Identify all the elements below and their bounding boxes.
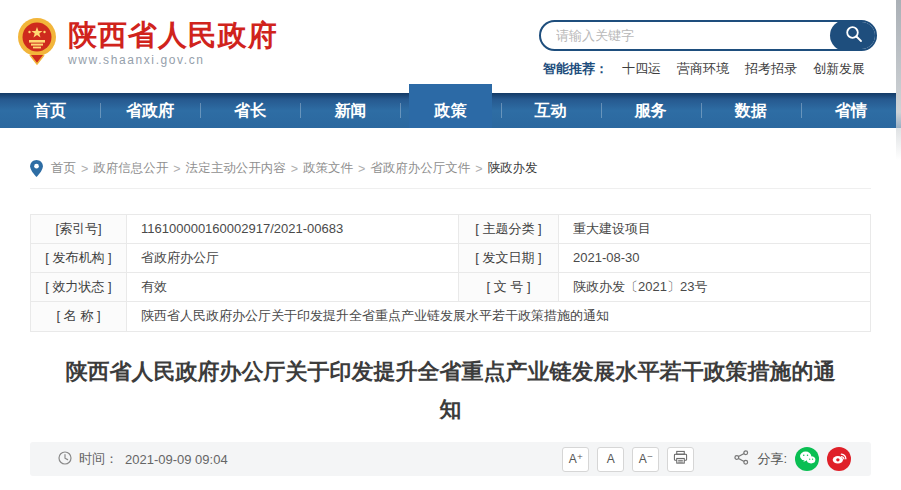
breadcrumb-separator: >: [291, 162, 298, 176]
font-normal-button[interactable]: A: [597, 447, 624, 472]
issuing-agency-value: 省政府办公厅: [127, 244, 459, 273]
breadcrumb-separator: >: [81, 162, 88, 176]
document-name-label: [ 名 称 ]: [31, 302, 127, 331]
site-url: www.shaanxi.gov.cn: [68, 53, 278, 67]
breadcrumb: 首页 > 政府信息公开 > 法定主动公开内容 > 政策文件 > 省政府办公厅文件…: [30, 160, 871, 189]
nav-item-services[interactable]: 服务: [601, 93, 701, 128]
document-name-value: 陕西省人民政府办公厅关于印发提升全省重点产业链发展水平若干政策措施的通知: [127, 302, 870, 331]
nav-item-provincial-gov[interactable]: 省政府: [100, 93, 200, 128]
index-number-value: 116100000160002917/2021-00683: [127, 215, 459, 244]
national-emblem-icon: [16, 15, 58, 71]
share-group: 分享:: [734, 447, 851, 471]
hot-link-innovation[interactable]: 创新发展: [813, 60, 865, 78]
nav-item-home[interactable]: 首页: [0, 93, 100, 128]
site-header: 陕西省人民政府 www.shaanxi.gov.cn 智能推荐： 十四运 营商环…: [0, 0, 901, 93]
breadcrumb-policy-docs[interactable]: 政策文件: [303, 160, 353, 177]
printer-icon: [673, 450, 688, 468]
share-wechat-button[interactable]: [795, 447, 819, 471]
hot-link-recruitment[interactable]: 招考招录: [745, 60, 797, 78]
breadcrumb-statutory-disclosure[interactable]: 法定主动公开内容: [186, 160, 286, 177]
hot-link-shisiyun[interactable]: 十四运: [622, 60, 661, 78]
breadcrumb-separator: >: [358, 162, 365, 176]
breadcrumb-home[interactable]: 首页: [51, 160, 76, 177]
topic-category-label: [ 主题分类 ]: [459, 215, 559, 244]
search-input[interactable]: [541, 28, 830, 43]
site-logo[interactable]: 陕西省人民政府 www.shaanxi.gov.cn: [16, 15, 278, 71]
main-nav: 首页 省政府 省长 新闻 政策 互动 服务 数据 省情: [0, 93, 901, 128]
search-icon: [845, 25, 863, 46]
smart-recommend-row: 智能推荐： 十四运 营商环境 招考招录 创新发展: [539, 60, 877, 78]
article-meta-bar: 时间：2021-09-09 09:04 A⁺ A A⁻: [30, 442, 871, 476]
print-button[interactable]: [667, 447, 694, 472]
share-icon: [734, 450, 749, 468]
site-name: 陕西省人民政府: [68, 19, 278, 51]
share-weibo-button[interactable]: [827, 447, 851, 471]
window-edge: [896, 0, 901, 160]
index-number-label: [索引号]: [31, 215, 127, 244]
font-smaller-button[interactable]: A⁻: [632, 447, 659, 472]
nav-item-province-info[interactable]: 省情: [801, 93, 901, 128]
wechat-icon: [799, 450, 816, 468]
location-pin-icon: [30, 160, 43, 177]
issue-date-value: 2021-08-30: [559, 244, 870, 273]
article-tools: A⁺ A A⁻: [554, 447, 851, 472]
document-info-table: [索引号] 116100000160002917/2021-00683 [ 主题…: [30, 214, 871, 332]
hot-link-business-env[interactable]: 营商环境: [677, 60, 729, 78]
issue-date-label: [ 发文日期 ]: [459, 244, 559, 273]
search-area: 智能推荐： 十四运 营商环境 招考招录 创新发展: [539, 20, 877, 78]
nav-item-interaction[interactable]: 互动: [501, 93, 601, 128]
smart-recommend-label: 智能推荐：: [543, 60, 608, 78]
logo-text: 陕西省人民政府 www.shaanxi.gov.cn: [68, 19, 278, 67]
share-label: 分享:: [757, 450, 787, 468]
time-label: 时间：: [79, 450, 118, 468]
nav-item-data[interactable]: 数据: [701, 93, 801, 128]
time-value: 2021-09-09 09:04: [125, 452, 228, 467]
search-box: [539, 20, 877, 51]
breadcrumb-gov-info[interactable]: 政府信息公开: [93, 160, 168, 177]
article-title: 陕西省人民政府办公厅关于印发提升全省重点产业链发展水平若干政策措施的通知: [65, 353, 837, 429]
nav-item-policy[interactable]: 政策: [400, 93, 500, 128]
search-button[interactable]: [830, 20, 877, 51]
breadcrumb-current: 陕政办发: [488, 160, 538, 177]
issuing-agency-label: [ 发布机构 ]: [31, 244, 127, 273]
font-larger-button[interactable]: A⁺: [562, 447, 589, 472]
validity-status-label: [ 效力状态 ]: [31, 273, 127, 302]
breadcrumb-office-docs[interactable]: 省政府办公厅文件: [370, 160, 470, 177]
publish-time: 时间：2021-09-09 09:04: [58, 450, 228, 468]
weibo-icon: [831, 450, 847, 468]
document-number-label: [ 文 号 ]: [459, 273, 559, 302]
topic-category-value: 重大建设项目: [559, 215, 870, 244]
breadcrumb-separator: >: [475, 162, 482, 176]
document-number-value: 陕政办发〔2021〕23号: [559, 273, 870, 302]
nav-item-governor[interactable]: 省长: [200, 93, 300, 128]
breadcrumb-separator: >: [173, 162, 180, 176]
nav-item-news[interactable]: 新闻: [300, 93, 400, 128]
clock-icon: [58, 451, 72, 468]
validity-status-value: 有效: [127, 273, 459, 302]
